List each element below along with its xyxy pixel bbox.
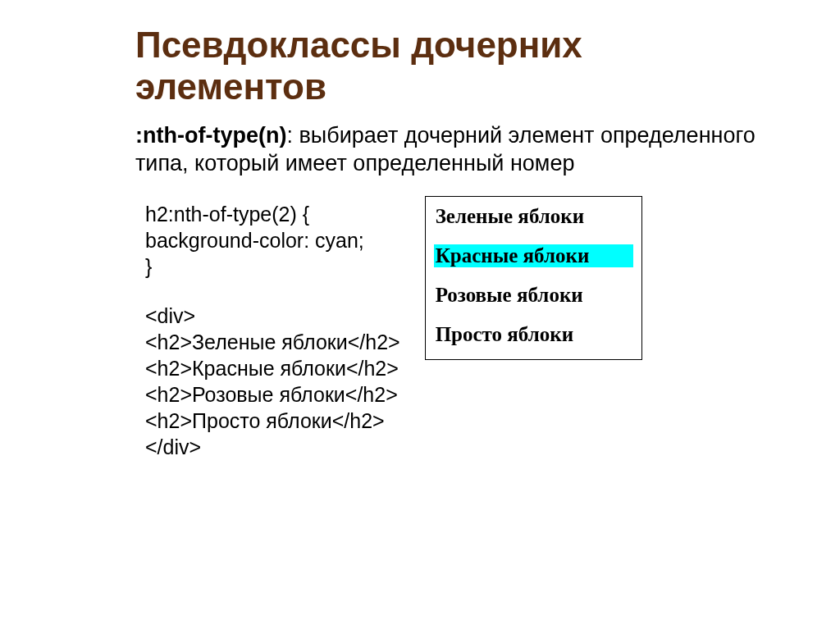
slide: Псевдоклассы дочерних элементов :nth-of-…: [0, 0, 840, 460]
description: :nth-of-type(n): выбирает дочерний элеме…: [135, 122, 766, 178]
render-item: Розовые яблоки: [434, 284, 633, 307]
html-line: </div>: [145, 434, 400, 460]
render-item: Зеленые яблоки: [434, 205, 633, 228]
left-column: h2:nth-of-type(2) { background-color: cy…: [135, 201, 400, 460]
render-item-highlighted: Красные яблоки: [434, 244, 633, 267]
content-row: h2:nth-of-type(2) { background-color: cy…: [135, 201, 766, 460]
html-code-block: <div> <h2>Зеленые яблоки</h2> <h2>Красны…: [145, 303, 400, 460]
html-line: <div>: [145, 303, 400, 329]
css-line: h2:nth-of-type(2) {: [145, 201, 400, 227]
html-line: <h2>Розовые яблоки</h2>: [145, 381, 400, 408]
render-preview: Зеленые яблоки Красные яблоки Розовые яб…: [425, 196, 642, 360]
html-line: <h2>Просто яблоки</h2>: [145, 408, 400, 434]
selector-name: :nth-of-type(n): [135, 123, 286, 148]
slide-title: Псевдоклассы дочерних элементов: [135, 25, 766, 107]
css-line: background-color: cyan;: [145, 227, 400, 253]
render-item: Просто яблоки: [434, 323, 633, 346]
css-line: }: [145, 253, 400, 280]
html-line: <h2>Красные яблоки</h2>: [145, 355, 400, 381]
html-line: <h2>Зеленые яблоки</h2>: [145, 329, 400, 355]
css-code-block: h2:nth-of-type(2) { background-color: cy…: [145, 201, 400, 280]
